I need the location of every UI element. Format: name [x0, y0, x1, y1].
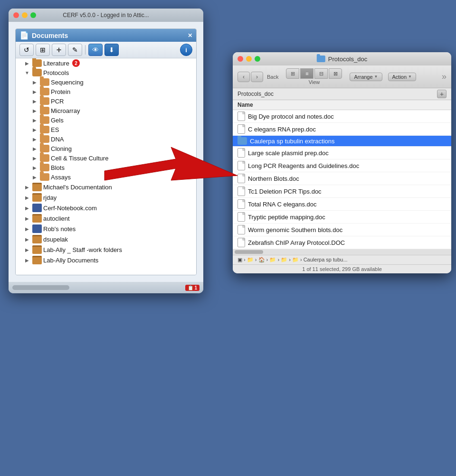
- maximize-button[interactable]: [30, 12, 36, 18]
- tree-toggle-protocols[interactable]: ▼: [23, 70, 31, 75]
- tree-item-gels[interactable]: ▶ Gels: [16, 115, 196, 125]
- docs-close-button[interactable]: ✕: [188, 32, 192, 39]
- tree-toggle-michael[interactable]: ▶: [23, 185, 31, 190]
- tree-item-protocols[interactable]: ▼ Protocols: [16, 68, 196, 77]
- tree-toggle-es[interactable]: ▶: [31, 127, 38, 132]
- finder-maximize-button[interactable]: [255, 56, 260, 62]
- tree-item-sequencing[interactable]: ▶ Sequencing: [16, 77, 196, 87]
- add-button[interactable]: +: [52, 44, 66, 56]
- finder-scrollbar-thumb[interactable]: [235, 250, 263, 254]
- file-label-northern: Northern Blots.doc: [248, 175, 299, 182]
- tree-toggle-sequencing[interactable]: ▶: [31, 80, 38, 85]
- tree-toggle-autoclient[interactable]: ▶: [23, 216, 31, 221]
- folder-icon-protein: [40, 88, 49, 95]
- col-header-name: Name: [233, 100, 451, 110]
- info-button[interactable]: i: [180, 44, 192, 56]
- view-columns-button[interactable]: ⊟: [314, 68, 328, 79]
- tree-label-autoclient: autoclient: [43, 215, 70, 222]
- tree-item-assays[interactable]: ▶ Assays: [16, 172, 196, 182]
- tree-toggle-blots[interactable]: ▶: [31, 165, 38, 170]
- tree-item-lab-ally-docs[interactable]: ▶ Lab-Ally Documents: [16, 255, 196, 265]
- tree-item-blots[interactable]: ▶ Blots: [16, 163, 196, 172]
- tree-item-pcr[interactable]: ▶ PCR: [16, 96, 196, 106]
- minimize-button[interactable]: [22, 12, 28, 18]
- back-button[interactable]: ‹: [238, 72, 250, 82]
- more-button[interactable]: »: [442, 72, 446, 82]
- tree-toggle-lab-ally-docs[interactable]: ▶: [23, 258, 31, 263]
- action-chevron: ▼: [408, 75, 412, 79]
- tree-item-cerf-notebook[interactable]: ▶ Cerf-Notebook.com: [16, 203, 196, 213]
- pathbar-text: ▣ › 📁 › 🏠 › 📁 › 📁 › 📁 › Caulerpa sp tubu…: [238, 257, 348, 262]
- tree-label-protein: Protein: [51, 88, 70, 95]
- file-item-worm[interactable]: Worm genomic Southern blots.doc: [233, 224, 451, 236]
- tree-item-protein[interactable]: ▶ Protein: [16, 87, 196, 96]
- docs-header: 📄 Documents ✕: [16, 29, 196, 42]
- file-icon-northern: [238, 174, 245, 183]
- tree-toggle-assays[interactable]: ▶: [31, 175, 38, 180]
- folder-icon-microarray: [40, 107, 49, 114]
- tree-item-lab-ally-staff[interactable]: ▶ Lab-Ally _ Staff -work folders: [16, 244, 196, 255]
- tree-label-lab-ally-staff: Lab-Ally _ Staff -work folders: [43, 246, 122, 253]
- file-item-bigdye[interactable]: Big Dye protocol and notes.doc: [233, 110, 451, 123]
- action-button[interactable]: Action ▼: [388, 73, 417, 81]
- breadcrumb-add-button[interactable]: +: [437, 90, 446, 98]
- tree-toggle-microarray[interactable]: ▶: [31, 108, 38, 113]
- tree-toggle-protein[interactable]: ▶: [31, 89, 38, 94]
- cerf-bottom-bar: 📋 1: [9, 282, 203, 293]
- finder-toolbar: ‹ › Back ⊞ ≡ ⊟ ⊠ View Arrange ▼ Action ▼: [233, 65, 451, 88]
- tree-item-dsupelak[interactable]: ▶ dsupelak: [16, 234, 196, 244]
- tree-item-literature[interactable]: ▶ Literature 2: [16, 58, 196, 68]
- tree-toggle-gels[interactable]: ▶: [31, 118, 38, 123]
- file-item-northern[interactable]: Northern Blots.doc: [233, 172, 451, 185]
- tree-item-es[interactable]: ▶ ES: [16, 125, 196, 134]
- tree-item-cell-tissue[interactable]: ▶ Cell & Tissue Culture: [16, 153, 196, 163]
- close-button[interactable]: [13, 12, 19, 18]
- icon-cerf-notebook: [32, 204, 42, 212]
- file-item-longpcr[interactable]: Long PCR Reagents and Guidelines.doc: [233, 159, 451, 172]
- view-button[interactable]: 👁: [88, 44, 103, 56]
- tree-toggle-cell-tissue[interactable]: ▶: [31, 156, 38, 161]
- tree-toggle-rjday[interactable]: ▶: [23, 195, 31, 200]
- refresh-button[interactable]: ↺: [19, 44, 34, 56]
- tree-toggle-lab-ally-staff[interactable]: ▶: [23, 247, 31, 252]
- tree-toggle-dsupelak[interactable]: ▶: [23, 237, 31, 242]
- tree-toggle-pcr[interactable]: ▶: [31, 99, 38, 104]
- tree-container: ▶ Literature 2 ▼ Protocols ▶: [16, 58, 196, 275]
- view-coverflow-button[interactable]: ⊠: [329, 68, 342, 79]
- view-group: ⊞ ≡ ⊟ ⊠ View: [286, 68, 342, 85]
- tree-toggle-rob-notes[interactable]: ▶: [23, 226, 31, 232]
- tree-item-rjday[interactable]: ▶ rjday: [16, 192, 196, 203]
- view-list-button[interactable]: ≡: [300, 68, 314, 79]
- tree-item-dna[interactable]: ▶ DNA: [16, 134, 196, 144]
- file-item-largescale[interactable]: Large scale plasmid prep.doc: [233, 147, 451, 159]
- finder-traffic-lights: [238, 56, 260, 62]
- file-item-tryptic[interactable]: Tryptic peptide mapping.doc: [233, 211, 451, 224]
- arrange-chevron: ▼: [374, 75, 378, 79]
- tree-toggle-cerf-notebook[interactable]: ▶: [23, 205, 31, 211]
- tree-toggle-literature[interactable]: ▶: [23, 61, 31, 66]
- file-item-celegans-rna[interactable]: C elegans RNA prep.doc: [233, 123, 451, 136]
- tree-toggle-dna[interactable]: ▶: [31, 137, 38, 142]
- file-item-zebrafish[interactable]: Zebrafish ChIP Array Protocol.DOC: [233, 236, 451, 249]
- file-item-totalrna[interactable]: Total RNA C elegans.doc: [233, 198, 451, 211]
- finder-scrollbar[interactable]: [233, 249, 451, 255]
- finder-close-button[interactable]: [238, 56, 243, 62]
- tree-item-cloning[interactable]: ▶ Cloning: [16, 144, 196, 153]
- copy-button[interactable]: ⊞: [36, 44, 50, 56]
- forward-button[interactable]: ›: [251, 72, 263, 82]
- file-item-tc1[interactable]: Tc1 Deletion PCR Tips.doc: [233, 185, 451, 198]
- tree-label-cell-tissue: Cell & Tissue Culture: [51, 155, 108, 162]
- edit-button[interactable]: ✎: [68, 44, 82, 56]
- file-item-caulerpa[interactable]: Caulerpa sp tubulin extractions: [233, 136, 451, 147]
- tree-label-lab-ally-docs: Lab-Ally Documents: [43, 257, 98, 264]
- download-button[interactable]: ⬇: [104, 44, 119, 56]
- tree-item-microarray[interactable]: ▶ Microarray: [16, 106, 196, 115]
- finder-minimize-button[interactable]: [246, 56, 252, 62]
- tree-item-michael[interactable]: ▶ Michael's Documentation: [16, 182, 196, 192]
- tree-toggle-cloning[interactable]: ▶: [31, 146, 38, 151]
- tree-item-autoclient[interactable]: ▶ autoclient: [16, 213, 196, 224]
- view-icons-button[interactable]: ⊞: [286, 68, 299, 79]
- icon-lab-ally-docs: [32, 256, 42, 264]
- tree-item-rob-notes[interactable]: ▶ Rob's notes: [16, 224, 196, 234]
- arrange-button[interactable]: Arrange ▼: [350, 73, 382, 81]
